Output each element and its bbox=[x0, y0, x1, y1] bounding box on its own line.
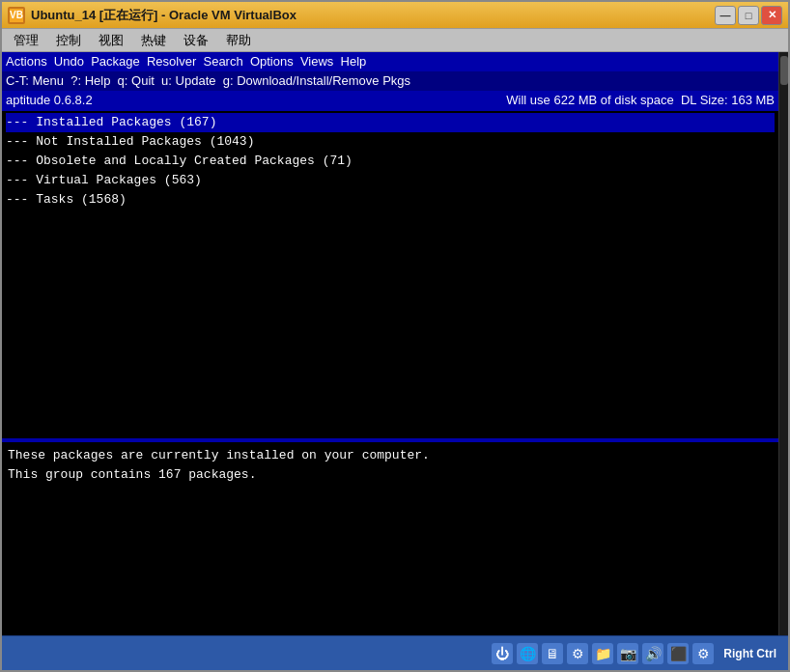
apt-disk-info: Will use 622 MB of disk space DL Size: 1… bbox=[506, 92, 775, 109]
app-icon: VB bbox=[8, 7, 25, 24]
scrollbar-thumb[interactable] bbox=[780, 56, 788, 85]
apt-desc-line: This group contains 167 packages. bbox=[8, 465, 773, 485]
apt-description: These packages are currently installed o… bbox=[2, 442, 778, 635]
apt-package-list[interactable]: --- Installed Packages (167)--- Not Inst… bbox=[2, 111, 778, 438]
menu-item-热键[interactable]: 热键 bbox=[133, 30, 174, 51]
menu-item-控制[interactable]: 控制 bbox=[48, 30, 89, 51]
apt-desc-line: These packages are currently installed o… bbox=[8, 446, 773, 465]
right-ctrl-label: Right Ctrl bbox=[718, 647, 782, 660]
tray-icon-usb[interactable]: ⚙ bbox=[567, 643, 588, 664]
apt-status-bar: aptitude 0.6.8.2 Will use 622 MB of disk… bbox=[2, 91, 778, 110]
minimize-button[interactable]: — bbox=[715, 6, 736, 25]
tray-icon-battery[interactable]: ⬛ bbox=[667, 643, 689, 664]
title-bar: VB Ubuntu_14 [正在运行] - Oracle VM VirtualB… bbox=[2, 2, 788, 29]
menu-item-设备[interactable]: 设备 bbox=[176, 30, 216, 51]
package-list-item[interactable]: --- Obsolete and Locally Created Package… bbox=[6, 152, 775, 171]
tray-icon-audio[interactable]: 🔊 bbox=[642, 643, 663, 664]
host-menu-bar: 管理控制视图热键设备帮助 bbox=[2, 29, 788, 52]
tray-icon-display[interactable]: 🖥 bbox=[542, 643, 563, 664]
tray-icon-power[interactable]: ⏻ bbox=[492, 643, 513, 664]
apt-version: aptitude 0.6.8.2 bbox=[6, 92, 93, 109]
package-list-item[interactable]: --- Virtual Packages (563) bbox=[6, 171, 775, 190]
menu-item-视图[interactable]: 视图 bbox=[91, 30, 131, 51]
tray-icon-capture[interactable]: 📷 bbox=[617, 643, 638, 664]
package-list-item[interactable]: --- Installed Packages (167) bbox=[6, 113, 775, 132]
tray-icon-shared[interactable]: 📁 bbox=[592, 643, 613, 664]
vm-content: Actions Undo Package Resolver Search Opt… bbox=[2, 52, 778, 635]
scrollbar[interactable] bbox=[778, 52, 788, 635]
window-title: Ubuntu_14 [正在运行] - Oracle VM VirtualBox bbox=[31, 7, 715, 24]
window-controls: — □ ✕ bbox=[715, 6, 782, 25]
maximize-button[interactable]: □ bbox=[738, 6, 759, 25]
menu-item-管理[interactable]: 管理 bbox=[6, 30, 46, 51]
apt-shortcuts-bar: C-T: Menu ?: Help q: Quit u: Update g: D… bbox=[2, 71, 778, 91]
tray-icon-settings[interactable]: ⚙ bbox=[692, 643, 714, 664]
tray-icon-network[interactable]: 🌐 bbox=[517, 643, 538, 664]
apt-menu-bar[interactable]: Actions Undo Package Resolver Search Opt… bbox=[2, 52, 778, 71]
menu-item-帮助[interactable]: 帮助 bbox=[218, 30, 259, 51]
vm-screen-area: Actions Undo Package Resolver Search Opt… bbox=[2, 52, 788, 635]
virtualbox-window: VB Ubuntu_14 [正在运行] - Oracle VM VirtualB… bbox=[0, 0, 790, 672]
package-list-item[interactable]: --- Tasks (1568) bbox=[6, 190, 775, 210]
package-list-item[interactable]: --- Not Installed Packages (1043) bbox=[6, 132, 775, 152]
taskbar: ⏻ 🌐 🖥 ⚙ 📁 📷 🔊 ⬛ ⚙ Right Ctrl bbox=[2, 635, 788, 670]
close-button[interactable]: ✕ bbox=[761, 6, 782, 25]
